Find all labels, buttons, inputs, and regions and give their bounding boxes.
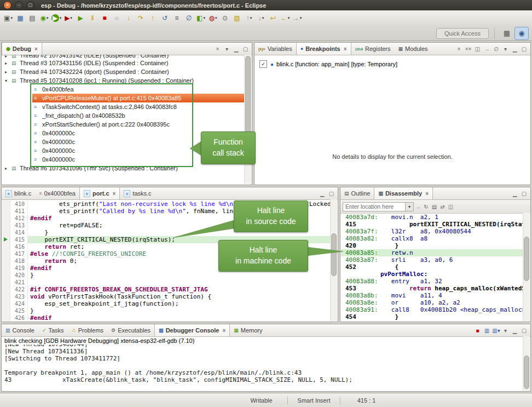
expand-arrow-icon[interactable]: ▸	[5, 61, 11, 66]
window-close-button[interactable]: ×	[3, 1, 11, 9]
drop-to-frame-icon[interactable]: ↺ ▾	[159, 12, 170, 24]
view-menu-icon[interactable]: ▾	[223, 44, 231, 53]
annotation-ruler-cell[interactable]	[2, 279, 10, 286]
tab-console[interactable]: ▥ Console ×	[2, 324, 38, 336]
disassembly-scrollbar[interactable]	[523, 213, 530, 321]
goto-pc-icon[interactable]: →	[414, 202, 422, 211]
disassembly-row[interactable]: 454 }	[341, 313, 523, 320]
print-icon[interactable]: ▤ ▾	[27, 12, 38, 24]
tab-variables[interactable]: (x)= Variables ×	[255, 43, 296, 55]
code-line[interactable]: 421	[2, 279, 331, 286]
previous-annotation-icon[interactable]: ↑ ▾	[244, 12, 255, 24]
tab-debugger-console[interactable]: ▥ Debugger Console ×	[154, 324, 230, 336]
annotation-ruler-cell[interactable]	[2, 314, 10, 321]
back-icon[interactable]: ← ▾	[280, 12, 291, 24]
location-dropdown-icon[interactable]: ▾	[405, 203, 413, 211]
show-breakpoints-supported-icon[interactable]: ◫	[473, 44, 482, 53]
disassembly-row[interactable]: 453 return heap_caps_malloc(xWantedSize	[341, 285, 523, 292]
tab-blink-c[interactable]: c blink.c ×	[2, 187, 35, 199]
disassembly-row[interactable]: 40083a82: callx8 a8	[341, 235, 523, 242]
stack-frame-row[interactable]: ≡ _frxt_dispatch() at 0x4008532b	[2, 111, 245, 120]
annotation-ruler-cell[interactable]	[2, 286, 10, 293]
tab-registers[interactable]: 1010 Registers ×	[351, 43, 395, 55]
close-tab-icon[interactable]: ×	[425, 191, 429, 197]
disassembly-row[interactable]: 40083a94: or.n a2, a10, a10	[341, 320, 523, 321]
code-line[interactable]: 426 #endif	[2, 314, 331, 321]
close-tab-icon[interactable]: ×	[34, 46, 38, 52]
editor-scrollbar[interactable]	[330, 199, 337, 321]
display-selected-console-icon[interactable]: ▥	[483, 326, 491, 335]
minimize-icon[interactable]: ▁	[511, 326, 519, 335]
tab-modules[interactable]: ▦ Modules ×	[394, 43, 431, 55]
maximize-icon[interactable]: ▢	[520, 44, 528, 53]
tab-problems[interactable]: ⚠ Problems ×	[68, 324, 108, 336]
annotation-ruler-cell[interactable]	[2, 243, 10, 250]
code-line[interactable]: 425 }	[2, 307, 331, 314]
code-line[interactable]: 422 #if CONFIG_FREERTOS_BREAK_ON_SCHEDUL…	[2, 286, 331, 293]
disconnect-icon[interactable]: ○ ▾	[111, 12, 122, 24]
show-source-icon[interactable]: ▤	[430, 202, 438, 211]
terminate-icon[interactable]: ■ ▾	[99, 12, 110, 24]
disassembly-row[interactable]: 40083a87: srli a3, a0, 6	[341, 256, 523, 263]
annotation-ruler-cell[interactable]	[2, 272, 10, 279]
annotation-ruler-cell[interactable]	[2, 236, 10, 243]
disassembly-row[interactable]: 40083a85: retw.n	[341, 249, 523, 256]
tab-port-c[interactable]: c port.c ×	[79, 187, 120, 199]
stack-frame-row[interactable]: ≡ vTaskSwitchContext() at tasks.c:2,846 …	[2, 102, 245, 111]
annotation-ruler-cell[interactable]	[2, 250, 10, 257]
disassembly-row[interactable]: 40083a7d: movi.n a2, 1	[341, 214, 523, 221]
annotation-ruler-cell[interactable]	[2, 257, 10, 265]
tab-disassembly[interactable]: ▥ Disassembly ×	[374, 187, 433, 199]
close-tab-icon[interactable]: ×	[344, 46, 347, 52]
remove-all-breakpoints-icon[interactable]: ××	[464, 44, 472, 53]
window-maximize-button[interactable]: ▢	[26, 1, 34, 9]
annotation-ruler-cell[interactable]	[2, 307, 10, 314]
breakpoint-item[interactable]: ✓ ● blink.c [function: app_main] [type: …	[259, 60, 530, 68]
remove-all-terminated-icon[interactable]: ×	[213, 44, 222, 53]
external-tools-icon[interactable]: ▶ ▾	[63, 12, 74, 24]
thread-row[interactable]: ▸ ▤ Thread #4 1073432224 (dport) (Suspen…	[2, 67, 245, 76]
next-annotation-icon[interactable]: ↓ ▾	[256, 12, 267, 24]
maximize-icon[interactable]: ▢	[520, 326, 528, 335]
minimize-icon[interactable]: ▁	[232, 44, 240, 53]
annotation-ruler-cell[interactable]	[2, 208, 10, 215]
minimize-icon[interactable]: ▁	[511, 44, 519, 53]
disassembly-row[interactable]: 40083a88: entry a1, 32	[341, 278, 523, 285]
maximize-icon[interactable]: ▢	[241, 44, 250, 53]
stack-frame-row[interactable]: ≡ 0x4000bfea	[2, 85, 245, 94]
profile-icon[interactable]: ◍ ▾	[207, 12, 218, 24]
thread-row[interactable]: ▾ ▤ Thread #5 1073410208 (ipc1 : Running…	[2, 76, 245, 85]
step-into-icon[interactable]: ↓ ▾	[123, 12, 134, 24]
annotation-ruler-cell[interactable]	[2, 229, 10, 236]
view-menu-icon[interactable]: ▾	[501, 326, 510, 335]
disassembly-row[interactable]: 40083a91: call8 0x40081b20 <heap_caps_ma…	[341, 306, 523, 313]
annotation-ruler-cell[interactable]	[2, 300, 10, 307]
open-console-icon[interactable]: ▥▾	[492, 326, 500, 335]
forward-icon[interactable]: → ▾	[292, 12, 303, 24]
mark-occurrences-icon[interactable]: ▧ ▾	[232, 12, 242, 24]
tab-executables[interactable]: ⚙ Executables ×	[107, 324, 154, 336]
disassembly-row[interactable]: 452 {	[341, 263, 523, 271]
expand-arrow-icon[interactable]: ▾	[5, 78, 11, 83]
disassembly-row[interactable]: 40083a8e: or a10, a2, a2	[341, 299, 523, 306]
view-menu-icon[interactable]: ▾	[501, 44, 510, 53]
disassembly-row[interactable]: 40083a7f: l32r a8, 0x40080544	[341, 228, 523, 235]
open-perspective-icon[interactable]: ▦	[500, 27, 513, 39]
skip-all-breakpoints-icon[interactable]: ∅	[492, 44, 500, 53]
resume-icon[interactable]: ▶ ▾	[75, 12, 86, 24]
maximize-icon[interactable]: ▢	[327, 189, 336, 198]
coverage-icon[interactable]: ◧ ▾	[195, 12, 206, 24]
step-return-icon[interactable]: ↑ ▾	[147, 12, 158, 24]
suspend-icon[interactable]: ‖ ▾	[87, 12, 98, 24]
expand-arrow-icon[interactable]: ▸	[5, 166, 11, 171]
window-minimize-button[interactable]: –	[15, 1, 23, 9]
minimize-icon[interactable]: ▁	[511, 189, 519, 198]
expand-arrow-icon[interactable]: ▸	[5, 55, 11, 59]
tab-memory[interactable]: ▦ Memory ×	[230, 324, 266, 336]
thread-row[interactable]: ▸ ▤ Thread #2 1073413142 (IDLE) (Suspend…	[2, 55, 245, 59]
quick-access-input[interactable]: Quick Access	[436, 28, 489, 39]
remove-breakpoint-icon[interactable]: ×	[455, 44, 463, 53]
search-icon[interactable]: ⊙ ▾	[219, 12, 230, 24]
code-line[interactable]: 423 void vPortFirstTaskHook(TaskFunction…	[2, 293, 331, 300]
link-with-source-icon[interactable]: ⇄	[438, 202, 447, 211]
